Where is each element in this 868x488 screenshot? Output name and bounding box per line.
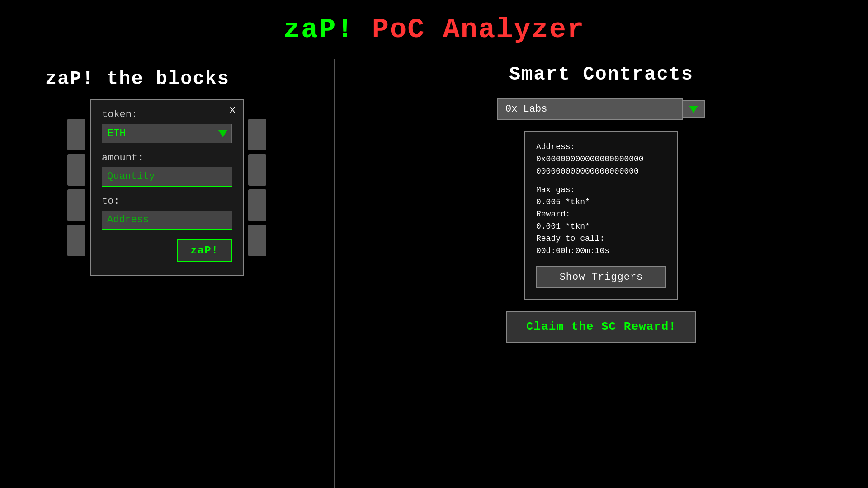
contract-dropdown-button[interactable]	[683, 100, 705, 118]
block-right-4	[248, 225, 266, 256]
ready-value: 00d:00h:00m:10s	[536, 245, 666, 257]
header-poc: PoC Analyzer	[354, 14, 585, 46]
block-left-2	[67, 154, 85, 186]
zap-dialog: x token: ETH BTC USDC DAI amount:	[90, 99, 244, 276]
token-select-wrapper: ETH BTC USDC DAI	[102, 124, 232, 143]
contract-info-box: Address: 0x00000000000000000000000000000…	[524, 131, 678, 300]
block-left-4	[67, 225, 85, 256]
claim-reward-button[interactable]: Claim the SC Reward!	[506, 311, 696, 343]
address-label: Address:	[536, 141, 666, 153]
address-input[interactable]	[102, 211, 232, 230]
page-header: zaP! PoC Analyzer	[283, 14, 585, 46]
ready-label: Ready to call:	[536, 233, 666, 245]
blocks-container: x token: ETH BTC USDC DAI amount:	[67, 99, 266, 276]
to-label: to:	[102, 196, 232, 207]
left-panel-title: zaP! the blocks	[45, 68, 230, 90]
right-side-blocks	[248, 119, 266, 256]
right-panel: Smart Contracts Address: 0x0000000000000…	[335, 59, 868, 488]
max-gas-label: Max gas:	[536, 184, 666, 196]
token-field-group: token: ETH BTC USDC DAI	[102, 109, 232, 143]
left-side-blocks	[67, 119, 85, 256]
block-left-1	[67, 119, 85, 150]
amount-input[interactable]	[102, 167, 232, 187]
zap-submit-button[interactable]: zaP!	[177, 239, 232, 262]
dialog-close-button[interactable]: x	[230, 104, 236, 116]
max-gas-value: 0.005 *tkn*	[536, 196, 666, 208]
reward-value: 0.001 *tkn*	[536, 221, 666, 233]
left-panel: zaP! the blocks x token: ETH BTC	[0, 59, 335, 488]
right-panel-title: Smart Contracts	[509, 64, 693, 85]
header-zap: zaP!	[283, 14, 354, 46]
token-label: token:	[102, 109, 232, 120]
contract-name-input[interactable]	[497, 98, 683, 120]
block-left-3	[67, 189, 85, 221]
reward-label: Reward:	[536, 208, 666, 221]
token-select[interactable]: ETH BTC USDC DAI	[102, 124, 232, 143]
amount-label: amount:	[102, 152, 232, 164]
amount-field-group: amount:	[102, 152, 232, 187]
block-right-2	[248, 154, 266, 186]
to-field-group: to:	[102, 196, 232, 230]
block-right-3	[248, 189, 266, 221]
block-right-1	[248, 119, 266, 150]
show-triggers-button[interactable]: Show Triggers	[536, 266, 666, 288]
left-title-rest: the blocks	[94, 68, 230, 90]
contract-selector	[497, 98, 705, 120]
left-title-zap: zaP!	[45, 68, 94, 90]
contract-dropdown-arrow-icon	[689, 106, 698, 113]
address-value: 0x00000000000000000000000000000000000000…	[536, 153, 666, 178]
main-layout: zaP! the blocks x token: ETH BTC	[0, 59, 868, 488]
